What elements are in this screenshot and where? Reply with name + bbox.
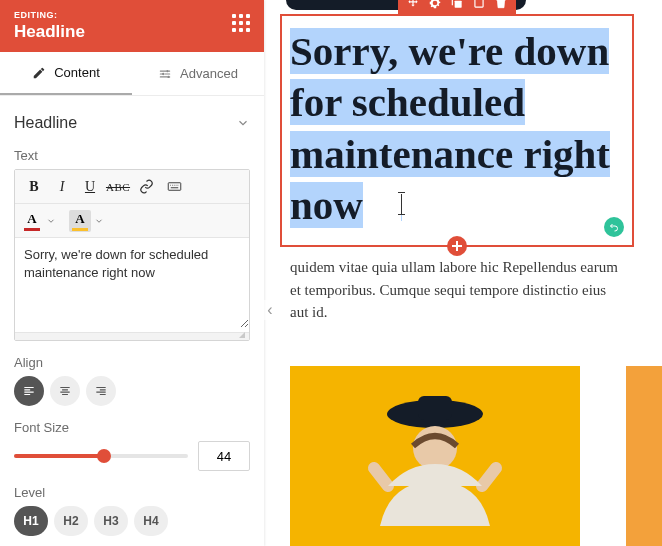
rich-text-editor: B I U ABC A A: [14, 169, 250, 341]
rtf-toolbar-row-1: B I U ABC: [15, 170, 249, 204]
text-color-button[interactable]: A: [21, 210, 43, 232]
svg-rect-3: [168, 183, 181, 191]
panel-body: Headline Text B I U ABC A A: [0, 96, 264, 546]
collapse-sidebar-button[interactable]: ‹: [264, 300, 276, 320]
bold-button[interactable]: B: [21, 174, 47, 200]
keyboard-button[interactable]: [161, 174, 187, 200]
chevron-down-icon: [236, 116, 250, 130]
move-icon[interactable]: [406, 0, 420, 10]
trash-icon[interactable]: [494, 0, 508, 10]
copy-icon[interactable]: [472, 0, 486, 10]
text-label: Text: [14, 148, 250, 163]
svg-rect-7: [418, 396, 452, 420]
image-card-2[interactable]: [626, 366, 662, 546]
align-left-button[interactable]: [14, 376, 44, 406]
svg-point-2: [167, 75, 169, 77]
link-button[interactable]: [133, 174, 159, 200]
strikethrough-button[interactable]: ABC: [105, 174, 131, 200]
align-center-button[interactable]: [50, 376, 80, 406]
level-h2-button[interactable]: H2: [54, 506, 88, 536]
level-h1-button[interactable]: H1: [14, 506, 48, 536]
text-color-dropdown[interactable]: [45, 211, 57, 231]
level-buttons: H1 H2 H3 H4: [14, 506, 250, 536]
editing-title: Headline: [14, 22, 250, 42]
image-card-1[interactable]: [290, 366, 580, 546]
svg-point-1: [162, 72, 164, 74]
svg-point-0: [166, 69, 168, 71]
canvas: ‹ Sorry, we're down for scheduled mainte…: [264, 0, 662, 546]
revert-button[interactable]: [604, 217, 624, 237]
bg-color-dropdown[interactable]: [93, 211, 105, 231]
svg-rect-5: [475, 0, 483, 7]
tab-advanced-label: Advanced: [180, 66, 238, 81]
gear-icon[interactable]: [428, 0, 442, 10]
canvas-headline[interactable]: Sorry, we're down for scheduled maintena…: [290, 26, 624, 231]
font-size-input[interactable]: [198, 441, 250, 471]
level-label: Level: [14, 485, 250, 500]
tabs: Content Advanced: [0, 52, 264, 96]
duplicate-icon[interactable]: [450, 0, 464, 10]
slider-thumb[interactable]: [97, 449, 111, 463]
underline-button[interactable]: U: [77, 174, 103, 200]
font-size-label: Font Size: [14, 420, 250, 435]
section-headline-toggle[interactable]: Headline: [14, 114, 250, 132]
italic-button[interactable]: I: [49, 174, 75, 200]
tab-content[interactable]: Content: [0, 52, 132, 95]
sliders-icon: [158, 67, 172, 81]
textarea-resize-handle[interactable]: [15, 332, 249, 340]
bg-color-button[interactable]: A: [69, 210, 91, 232]
level-h4-button[interactable]: H4: [134, 506, 168, 536]
headline-text-input[interactable]: [15, 238, 249, 328]
editor-sidebar: EDITING: Headline Content Advanced Headl…: [0, 0, 264, 546]
level-h3-button[interactable]: H3: [94, 506, 128, 536]
tab-advanced[interactable]: Advanced: [132, 52, 264, 95]
pencil-icon: [32, 66, 46, 80]
svg-point-8: [413, 426, 457, 470]
rtf-toolbar-row-2: A A: [15, 204, 249, 238]
align-label: Align: [14, 355, 250, 370]
align-buttons: [14, 376, 250, 406]
svg-rect-4: [455, 1, 462, 8]
add-element-button[interactable]: [447, 236, 467, 256]
sidebar-header: EDITING: Headline: [0, 0, 264, 52]
section-title: Headline: [14, 114, 77, 132]
align-right-button[interactable]: [86, 376, 116, 406]
canvas-body-text: quidem vitae quia ullam labore hic Repel…: [290, 256, 628, 324]
selected-element-frame[interactable]: Sorry, we're down for scheduled maintena…: [280, 14, 634, 247]
editing-label: EDITING:: [14, 10, 250, 20]
selection-toolbar: [398, 0, 516, 14]
slider-fill: [14, 454, 104, 458]
app-drawer-icon[interactable]: [232, 14, 250, 32]
tab-content-label: Content: [54, 65, 100, 80]
person-illustration: [360, 376, 510, 546]
font-size-slider[interactable]: [14, 454, 188, 458]
text-caret-icon: [401, 197, 402, 221]
